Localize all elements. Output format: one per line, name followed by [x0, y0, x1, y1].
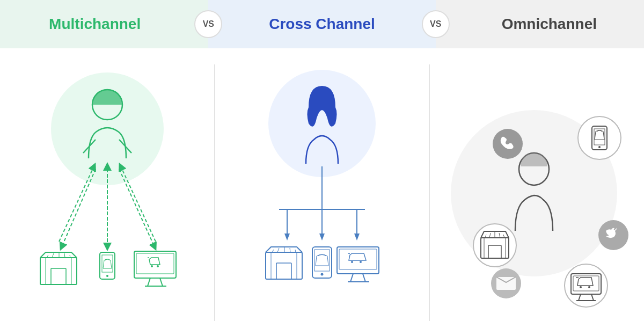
- svg-marker-37: [354, 234, 360, 240]
- omnichannel-section: Omnichannel: [455, 0, 644, 48]
- svg-line-53: [363, 274, 365, 282]
- svg-line-45: [290, 248, 290, 252]
- omnichannel-panel: [430, 64, 644, 321]
- svg-point-83: [580, 286, 582, 288]
- svg-line-15: [64, 253, 65, 258]
- svg-rect-9: [51, 268, 66, 284]
- vs1-badge: VS: [194, 10, 222, 38]
- vs2-wrapper: VS: [417, 0, 455, 48]
- svg-line-43: [277, 248, 279, 252]
- svg-line-5: [59, 166, 94, 242]
- svg-line-22: [148, 278, 150, 286]
- cross-channel-panel: [215, 64, 429, 321]
- svg-point-84: [588, 286, 590, 288]
- svg-line-23: [160, 278, 163, 286]
- svg-point-63: [598, 146, 601, 148]
- cross-channel-section: Cross Channel: [227, 0, 416, 48]
- multichannel-panel: [0, 64, 214, 321]
- multichannel-title: Multichannel: [49, 16, 141, 33]
- svg-rect-39: [276, 263, 291, 279]
- cross-channel-illustration: [231, 64, 413, 311]
- main-content: [0, 48, 644, 321]
- svg-rect-21: [136, 253, 174, 274]
- multichannel-illustration: [16, 64, 199, 311]
- omnichannel-illustration: [440, 64, 633, 311]
- svg-rect-48: [314, 250, 330, 271]
- svg-point-26: [157, 265, 159, 267]
- svg-line-4: [119, 169, 155, 247]
- header: Multichannel VS Cross Channel VS Omnicha…: [0, 0, 644, 48]
- svg-rect-51: [339, 249, 377, 269]
- svg-point-55: [351, 261, 353, 263]
- vs2-badge: VS: [422, 10, 450, 38]
- vs1-wrapper: VS: [189, 0, 227, 48]
- svg-point-56: [360, 261, 362, 263]
- svg-point-60: [578, 116, 621, 159]
- svg-line-7: [121, 166, 156, 242]
- svg-line-52: [350, 274, 353, 282]
- svg-point-25: [151, 265, 153, 267]
- multichannel-section: Multichannel: [0, 0, 189, 48]
- omnichannel-title: Omnichannel: [502, 16, 597, 33]
- svg-point-49: [320, 273, 323, 276]
- svg-point-19: [106, 275, 108, 277]
- svg-marker-35: [284, 234, 290, 240]
- cross-channel-title: Cross Channel: [269, 16, 375, 33]
- svg-marker-36: [319, 234, 325, 240]
- svg-point-86: [493, 129, 523, 159]
- svg-line-2: [62, 169, 96, 247]
- svg-line-13: [52, 253, 54, 258]
